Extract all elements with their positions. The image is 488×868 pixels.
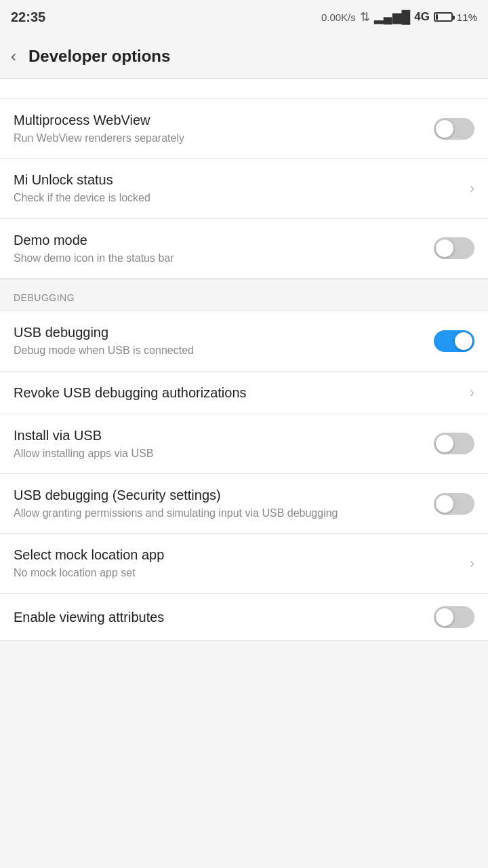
usb-debugging-security-title: USB debugging (Security settings) [14,486,434,504]
mi-unlock-status-item[interactable]: Mi Unlock status Check if the device is … [0,159,488,218]
enable-viewing-attributes-knob [436,608,453,626]
network-type: 4G [414,10,430,24]
top-settings-list: Multiprocess WebView Run WebView rendere… [0,99,488,279]
multiprocess-webview-text: Multiprocess WebView Run WebView rendere… [14,111,434,146]
debugging-section-header: DEBUGGING [0,279,488,311]
enable-viewing-attributes-item[interactable]: Enable viewing attributes [0,594,488,641]
debugging-label: DEBUGGING [14,292,75,303]
usb-debugging-security-text: USB debugging (Security settings) Allow … [14,486,434,521]
demo-mode-item[interactable]: Demo mode Show demo icon in the status b… [0,219,488,279]
install-via-usb-item[interactable]: Install via USB Allow installing apps vi… [0,414,488,474]
multiprocess-webview-knob [436,120,453,138]
multiprocess-webview-toggle[interactable] [434,118,474,140]
select-mock-location-item[interactable]: Select mock location app No mock locatio… [0,534,488,593]
top-bar: ‹ Developer options [0,34,488,79]
multiprocess-webview-subtitle: Run WebView renderers separately [14,131,434,146]
install-via-usb-title: Install via USB [14,427,434,444]
usb-debugging-subtitle: Debug mode when USB is connected [14,343,434,358]
revoke-usb-chevron-icon: › [470,384,474,401]
battery-icon [434,12,453,22]
usb-debugging-toggle[interactable] [434,330,474,352]
demo-mode-knob [436,239,453,257]
mi-unlock-status-text: Mi Unlock status Check if the device is … [14,171,470,205]
mi-unlock-status-subtitle: Check if the device is locked [14,191,470,205]
debugging-settings-list: USB debugging Debug mode when USB is con… [0,311,488,641]
usb-debugging-security-knob [436,495,453,513]
install-via-usb-toggle[interactable] [434,433,474,454]
enable-viewing-attributes-text: Enable viewing attributes [14,608,434,626]
partial-item [0,79,488,99]
status-bar: 22:35 0.00K/s ⇅ ▂▄▆█ 4G 11% [0,0,488,34]
select-mock-location-subtitle: No mock location app set [14,566,470,580]
install-via-usb-knob [436,435,453,452]
enable-viewing-attributes-toggle[interactable] [434,606,474,628]
revoke-usb-title: Revoke USB debugging authorizations [14,384,470,401]
status-icons: 0.00K/s ⇅ ▂▄▆█ 4G 11% [321,9,477,24]
install-via-usb-subtitle: Allow installing apps via USB [14,446,434,461]
mi-unlock-status-title: Mi Unlock status [14,171,470,189]
status-time: 22:35 [11,9,45,25]
back-button[interactable]: ‹ [11,47,16,66]
usb-debugging-knob [455,332,472,350]
select-mock-location-text: Select mock location app No mock locatio… [14,546,470,580]
select-mock-location-chevron-icon: › [470,555,474,572]
enable-viewing-attributes-title: Enable viewing attributes [14,608,434,626]
battery-percent: 11% [457,12,477,23]
usb-debugging-security-item[interactable]: USB debugging (Security settings) Allow … [0,474,488,534]
usb-debugging-security-toggle[interactable] [434,493,474,515]
revoke-usb-item[interactable]: Revoke USB debugging authorizations › [0,372,488,414]
demo-mode-title: Demo mode [14,231,434,249]
multiprocess-webview-item[interactable]: Multiprocess WebView Run WebView rendere… [0,99,488,159]
signal-arrows-icon: ⇅ [360,9,370,24]
install-via-usb-text: Install via USB Allow installing apps vi… [14,427,434,461]
demo-mode-text: Demo mode Show demo icon in the status b… [14,231,434,266]
usb-debugging-security-subtitle: Allow granting permissions and simulatin… [14,506,434,521]
mi-unlock-chevron-icon: › [470,180,474,197]
multiprocess-webview-title: Multiprocess WebView [14,111,434,129]
demo-mode-toggle[interactable] [434,237,474,259]
usb-debugging-text: USB debugging Debug mode when USB is con… [14,323,434,358]
revoke-usb-text: Revoke USB debugging authorizations [14,384,470,401]
select-mock-location-title: Select mock location app [14,546,470,564]
network-speed: 0.00K/s [321,12,356,23]
usb-debugging-title: USB debugging [14,323,434,341]
usb-debugging-item[interactable]: USB debugging Debug mode when USB is con… [0,311,488,371]
signal-bars-icon: ▂▄▆█ [374,9,411,24]
page-title: Developer options [28,47,170,66]
demo-mode-subtitle: Show demo icon in the status bar [14,251,434,266]
